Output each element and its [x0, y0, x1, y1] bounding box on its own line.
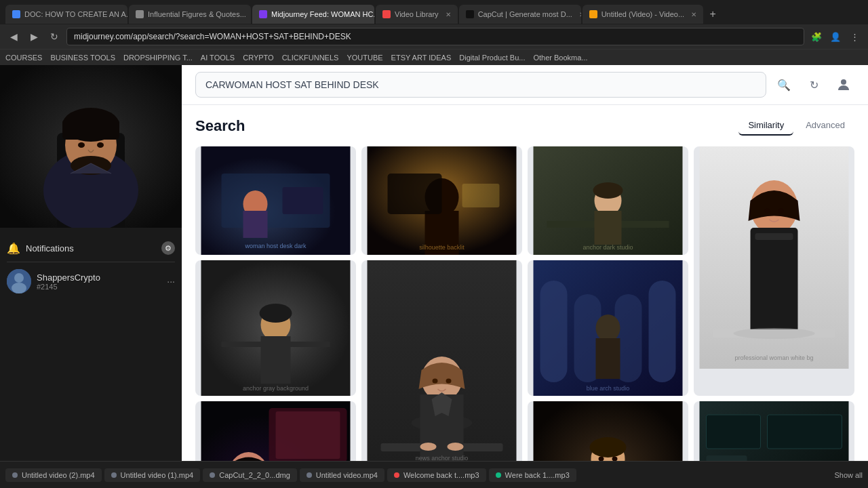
taskbar-item-5[interactable]: Welcome back t....mp3: [387, 468, 486, 482]
bookmark-etsy[interactable]: ETSY ART IDEAS: [391, 54, 452, 62]
mj-body: Search Similarity Advanced: [182, 105, 868, 461]
bookmark-youtube[interactable]: YOUTUBE: [347, 54, 382, 62]
grid-item-2[interactable]: silhouette backlit: [361, 146, 522, 255]
tab-label-1: DOC: HOW TO CREATE AN A...: [24, 10, 127, 18]
tab-2[interactable]: Influential Figures & Quotes... ✕: [129, 5, 251, 24]
tab-close-5[interactable]: ✕: [579, 11, 581, 18]
tab-close-4[interactable]: ✕: [446, 11, 451, 18]
grid-item-5[interactable]: anchor gray background: [195, 260, 356, 396]
forward-button[interactable]: ▶: [26, 28, 42, 45]
svg-point-9: [97, 142, 104, 148]
tab-label-6: Untitled (Video) - Video...: [601, 10, 685, 18]
reload-button[interactable]: ↻: [46, 28, 62, 45]
new-tab-button[interactable]: +: [705, 6, 721, 22]
taskbar-label-3: CapCut_2_2_0...dmg: [219, 471, 290, 479]
svg-rect-63: [596, 338, 620, 379]
menu-button[interactable]: ⋮: [846, 28, 863, 45]
mj-header-icons: 🔍 ↻: [773, 74, 854, 96]
tab-1[interactable]: DOC: HOW TO CREATE AN A... ✕: [5, 5, 127, 24]
taskbar-item-3[interactable]: CapCut_2_2_0...dmg: [203, 468, 297, 482]
taskbar-dot-4: [307, 472, 312, 478]
taskbar-item-1[interactable]: Untitled video (2).mp4: [5, 468, 102, 482]
mj-search-input[interactable]: [195, 72, 766, 98]
profile-button[interactable]: 👤: [827, 28, 844, 45]
bookmark-clickfunnels[interactable]: CLICKFUNNELS: [282, 54, 339, 62]
show-all-button[interactable]: Show all: [834, 471, 863, 479]
svg-point-12: [12, 283, 26, 293]
bookmark-digital[interactable]: Digital Product Bu...: [459, 54, 525, 62]
svg-point-11: [14, 273, 24, 283]
person-icon-btn[interactable]: [833, 74, 854, 96]
bookmarks-bar: COURSES BUSINESS TOOLS DROPSHIPPING T...…: [0, 49, 868, 65]
taskbar-item-2[interactable]: Untitled video (1).mp4: [104, 468, 201, 482]
taskbar-label-2: Untitled video (1).mp4: [121, 471, 194, 479]
more-options-button[interactable]: ···: [167, 276, 175, 287]
svg-point-8: [78, 142, 85, 148]
svg-point-36: [765, 209, 770, 214]
taskbar-dot-1: [12, 472, 18, 478]
back-button[interactable]: ◀: [5, 28, 22, 45]
svg-point-37: [778, 209, 784, 214]
bookmark-other[interactable]: Other Bookma...: [533, 54, 587, 62]
notification-count[interactable]: ⚙: [161, 241, 175, 255]
taskbar-label-6: Were back 1....mp3: [505, 471, 570, 479]
taskbar-item-6[interactable]: Were back 1....mp3: [489, 468, 576, 482]
tab-favicon-6: [589, 10, 597, 18]
tab-similarity[interactable]: Similarity: [738, 116, 793, 136]
tab-favicon-5: [466, 10, 474, 18]
tab-6[interactable]: Untitled (Video) - Video... ✕: [583, 5, 704, 24]
taskbar-dot-3: [210, 472, 215, 478]
tab-5[interactable]: CapCut | Generate most D... ✕: [459, 5, 581, 24]
bookmark-crypto[interactable]: CRYPTO: [243, 54, 273, 62]
notifications-section: 🔔 Notifications ⚙: [7, 235, 175, 262]
taskbar-dot-2: [111, 472, 117, 478]
svg-rect-84: [768, 415, 842, 449]
tab-advanced[interactable]: Advanced: [796, 116, 854, 136]
grid-item-3[interactable]: anchor dark studio: [528, 146, 688, 255]
tab-label-4: Video Library: [395, 10, 439, 18]
svg-text:professional woman white bg: professional woman white bg: [734, 354, 813, 361]
address-bar-row: ◀ ▶ ↻ 🧩 👤 ⋮: [0, 24, 868, 49]
taskbar-dot-6: [496, 472, 501, 478]
avatar-svg: [7, 269, 31, 293]
webcam-svg: [0, 65, 182, 228]
grid-item-11[interactable]: news studio dark screens: [694, 401, 854, 461]
grid-item-10[interactable]: red broadcast anchor desk: [528, 401, 688, 461]
svg-point-54: [420, 443, 437, 451]
taskbar-item-4[interactable]: Untitled video.mp4: [300, 468, 384, 482]
tab-3[interactable]: Midjourney Feed: WOMAN HC... ✕: [252, 5, 374, 24]
tab-favicon-4: [382, 10, 391, 18]
grid-item-4[interactable]: professional woman white bg: [694, 146, 854, 396]
svg-rect-67: [276, 411, 340, 459]
svg-rect-24: [388, 174, 442, 214]
webcam-panel: 🔔 Notifications ⚙ ShappersCrypto #2145 ·…: [0, 65, 182, 461]
refresh-icon-btn[interactable]: ↻: [803, 74, 825, 96]
tab-4[interactable]: Video Library ✕: [376, 5, 458, 24]
taskbar-label-4: Untitled video.mp4: [316, 471, 378, 479]
main-area: 🔔 Notifications ⚙ ShappersCrypto #2145 ·…: [0, 65, 868, 461]
svg-rect-6: [62, 119, 119, 140]
svg-point-45: [260, 304, 292, 323]
svg-rect-44: [261, 336, 291, 384]
grid-item-6[interactable]: news anchor studio: [361, 260, 522, 461]
bookmark-courses[interactable]: COURSES: [5, 54, 42, 62]
tab-label-3: Midjourney Feed: WOMAN HC...: [271, 10, 374, 18]
svg-point-30: [593, 182, 623, 199]
grid-item-8[interactable]: woman news dark studio: [195, 401, 356, 461]
bookmark-dropshipping[interactable]: DROPSHIPPING T...: [123, 54, 193, 62]
bookmark-business[interactable]: BUSINESS TOOLS: [50, 54, 115, 62]
svg-text:silhouette backlit: silhouette backlit: [419, 244, 465, 251]
svg-point-52: [433, 379, 438, 384]
address-input[interactable]: [66, 28, 804, 45]
mj-header: 🔍 ↻: [182, 65, 868, 105]
tab-close-6[interactable]: ✕: [691, 11, 696, 18]
grid-item-7[interactable]: blue arch studio: [528, 260, 688, 396]
taskbar-label-5: Welcome back t....mp3: [403, 471, 479, 479]
extensions-button[interactable]: 🧩: [808, 28, 825, 45]
taskbar-dot-5: [394, 472, 399, 478]
bookmark-ai[interactable]: AI TOOLS: [201, 54, 235, 62]
svg-rect-58: [540, 281, 568, 382]
search-icon-btn[interactable]: 🔍: [773, 74, 795, 96]
user-name: ShappersCrypto: [37, 272, 161, 283]
grid-item-1[interactable]: woman host desk dark: [195, 146, 356, 255]
